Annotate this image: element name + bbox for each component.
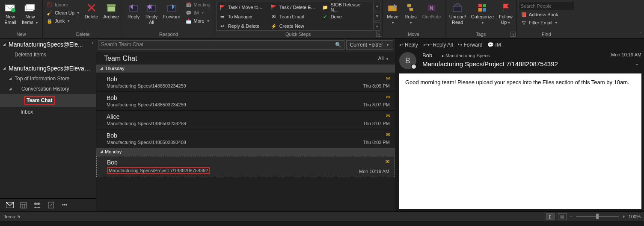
rules-button[interactable]: Rules▼ xyxy=(402,1,419,26)
expand-header-button[interactable]: ⌄ xyxy=(633,60,641,67)
chevron-down-icon: ▼ xyxy=(386,57,389,61)
nav-more-icon[interactable]: ••• xyxy=(61,201,68,209)
message-row[interactable]: BobManufacturing Specs/Project 7/1488208… xyxy=(96,156,395,177)
follow-up-button[interactable]: Follow Up▼ xyxy=(497,1,515,26)
reply-icon: ↩ xyxy=(399,42,404,48)
forward-action[interactable]: ↪Forward xyxy=(458,42,482,48)
message-subject: Manufacturing Specs/1488503234259 xyxy=(107,102,347,107)
ignore-button[interactable]: 🚫Ignore xyxy=(45,1,82,9)
more-button[interactable]: 📩More▼ xyxy=(184,17,212,25)
qs-reply-delete[interactable]: ↩Reply & Delete xyxy=(217,22,268,30)
qs-sfob[interactable]: 📁SfOB Release N... xyxy=(320,3,371,12)
search-icon[interactable]: 🔍 xyxy=(335,42,341,48)
message-row[interactable]: AliceManufacturing Specs/1488503234259✉T… xyxy=(96,110,395,129)
qs-to-manager[interactable]: ➡To Manager xyxy=(217,12,268,21)
zoom-slider[interactable] xyxy=(576,216,619,217)
folder-conversation-history[interactable]: Conversation History xyxy=(0,84,96,94)
team-chat-highlight: Team Chat xyxy=(24,96,55,105)
group-label-quick-steps: Quick Steps xyxy=(216,31,380,38)
scroll-up-icon[interactable]: ▲ xyxy=(374,2,380,10)
chevron-down-icon: ▼ xyxy=(507,21,510,25)
sender-avatar: B xyxy=(399,52,416,69)
filter-email-button[interactable]: ▽Filter Email▼ xyxy=(519,19,574,26)
tags-launcher[interactable]: ↘ xyxy=(510,32,516,37)
qs-done[interactable]: ✔Done xyxy=(320,12,371,21)
envelope-stack-icon xyxy=(24,2,36,14)
account-favorites[interactable]: ManufacturingSpecs@Ele... xyxy=(0,38,96,50)
qs-task-delete[interactable]: 🚩Task / Delete E... xyxy=(269,3,319,12)
qs-task-move[interactable]: 🚩Task / Move to... xyxy=(217,3,268,12)
meeting-button[interactable]: 📅Meeting xyxy=(184,1,212,9)
forward-button[interactable]: Forward xyxy=(161,1,182,21)
group-header[interactable]: Monday xyxy=(96,148,395,156)
message-from: Bob xyxy=(107,159,347,166)
folder-top-store[interactable]: Top of Information Store xyxy=(0,73,96,84)
reading-subject: Manufacturing Specs/Project 7/1488208754… xyxy=(422,60,558,68)
collapse-ribbon-button[interactable]: ˆ xyxy=(640,32,641,36)
address-book-button[interactable]: 📕Address Book xyxy=(519,11,574,18)
svg-rect-10 xyxy=(407,4,411,7)
new-email-button[interactable]: New Email xyxy=(2,1,19,26)
archive-button[interactable]: Archive xyxy=(101,1,121,21)
nav-calendar-icon[interactable] xyxy=(20,201,27,209)
message-row[interactable]: BobManufacturing Specs/1488503234259✉Thu… xyxy=(96,91,395,110)
move-button[interactable]: Move▼ xyxy=(384,1,401,26)
ignore-icon: 🚫 xyxy=(46,1,53,8)
ribbon-group-delete: 🚫Ignore 🧹Clean Up▼ 🔒Junk▼ Delete Archive… xyxy=(43,0,123,38)
im-action[interactable]: 💬IM xyxy=(487,42,501,48)
reply-all-action[interactable]: ↩↩Reply All xyxy=(423,42,453,48)
new-items-button[interactable]: New Items ▼ xyxy=(20,1,41,26)
search-people-input[interactable] xyxy=(519,2,574,10)
qs-create-new[interactable]: ⚡Create New xyxy=(269,22,319,30)
clean-up-button[interactable]: 🧹Clean Up▼ xyxy=(45,9,82,17)
junk-icon: 🔒 xyxy=(46,18,53,24)
envelope-icon: ✉ xyxy=(386,132,390,138)
junk-button[interactable]: 🔒Junk▼ xyxy=(45,17,82,25)
quick-steps-scroll[interactable]: ▲ ▼ ▾ xyxy=(374,2,380,31)
filter-dropdown[interactable]: All ▼ xyxy=(378,56,389,62)
message-time: Thu 8:07 PM xyxy=(363,121,390,126)
group-header[interactable]: Thursday xyxy=(96,65,395,73)
account-main[interactable]: ManufacturingSpecs@ElevatedR... xyxy=(0,62,96,73)
im-button[interactable]: 💬IM▼ xyxy=(184,9,212,17)
chat-icon: 💬 xyxy=(487,42,494,48)
zoom-in-button[interactable]: + xyxy=(622,214,625,219)
message-row[interactable]: BobManufacturing Specs/1488503234259✉Thu… xyxy=(96,73,395,91)
envelope-icon xyxy=(4,2,16,14)
delete-button[interactable]: Delete xyxy=(83,1,101,21)
quick-steps-launcher[interactable]: ↘ xyxy=(376,32,381,37)
gallery-expand-icon[interactable]: ▾ xyxy=(374,22,380,31)
categorize-button[interactable]: Categorize▼ xyxy=(469,1,496,26)
quick-steps-gallery[interactable]: 🚩Task / Move to... 🚩Task / Delete E... 📁… xyxy=(216,2,374,31)
reading-header: B Bob ● Manufacturing Specs Mon 10:19 AM… xyxy=(399,50,641,73)
group-label-new: New xyxy=(2,31,41,38)
reply-action[interactable]: ↩Reply xyxy=(399,42,418,48)
nav-mail-icon[interactable] xyxy=(6,201,14,209)
folder-deleted-items[interactable]: Deleted Items xyxy=(0,50,96,60)
nav-tasks-icon[interactable] xyxy=(47,201,55,209)
folder-team-chat[interactable]: Team Chat xyxy=(0,94,96,107)
search-input[interactable]: Search Team Chat 🔍 xyxy=(98,40,344,50)
folder-inbox[interactable]: Inbox xyxy=(0,107,96,117)
view-normal-button[interactable]: ▯ xyxy=(546,213,555,220)
onenote-button[interactable]: N OneNote xyxy=(420,1,443,21)
svg-rect-11 xyxy=(410,8,413,11)
message-time: Thu 8:02 PM xyxy=(363,140,390,145)
chevron-down-icon: ▼ xyxy=(409,21,413,25)
reply-button[interactable]: Reply xyxy=(125,1,142,21)
qs-team-email[interactable]: ✉Team Email xyxy=(269,12,319,21)
broom-icon: 🧹 xyxy=(46,9,53,16)
message-row[interactable]: BobManufacturing Specs/1488502893408✉Thu… xyxy=(96,129,395,148)
envelope-icon: ✉ xyxy=(270,13,277,20)
reply-all-button[interactable]: Reply All xyxy=(143,1,160,26)
view-reading-button[interactable]: ▤ xyxy=(558,213,567,220)
unread-read-button[interactable]: Unread/ Read xyxy=(447,1,468,26)
ribbon: New Email New Items ▼ New 🚫Ignore 🧹Clean… xyxy=(0,0,644,38)
zoom-out-button[interactable]: − xyxy=(570,214,573,219)
scroll-down-icon[interactable]: ▼ xyxy=(374,12,380,21)
reading-body[interactable]: Good morning team! Please upload your sp… xyxy=(399,73,641,209)
message-list[interactable]: ThursdayBobManufacturing Specs/148850323… xyxy=(96,65,395,177)
nav-people-icon[interactable] xyxy=(33,201,41,209)
search-scope-dropdown[interactable]: Current Folder ▼ xyxy=(346,40,393,50)
flag-icon: 🚩 xyxy=(270,4,277,11)
